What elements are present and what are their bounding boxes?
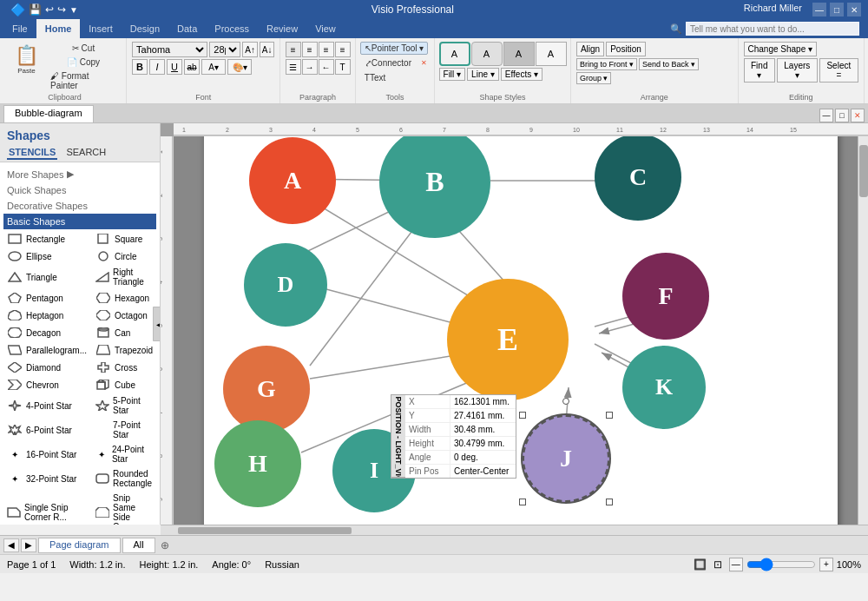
tab-insert[interactable]: Insert — [80, 19, 122, 38]
font-grow-button[interactable]: A↑ — [242, 42, 258, 57]
font-selector[interactable]: Tahoma — [132, 42, 207, 57]
effects-button[interactable]: Effects ▾ — [501, 68, 542, 81]
connector-close-button[interactable]: ✕ — [418, 57, 430, 69]
shape-heptagon[interactable]: Heptagon — [3, 307, 90, 323]
page-tab-diagram[interactable]: Page diagram — [38, 538, 121, 553]
shape-parallelogram[interactable]: Parallelogram... — [3, 342, 90, 358]
fill-button[interactable]: Fill ▾ — [439, 68, 466, 81]
nav-left-button[interactable]: ◀ — [3, 538, 19, 552]
shape-pentagon[interactable]: Pentagon — [3, 290, 90, 306]
shape-cross[interactable]: Cross — [92, 360, 157, 375]
shape-6star[interactable]: 6-Point Star — [3, 419, 90, 441]
highlight-color-button[interactable]: 🎨▾ — [227, 59, 252, 75]
text-color-button[interactable]: A▾ — [201, 59, 226, 75]
strikethrough-button[interactable]: ab — [184, 59, 200, 75]
fit-page-button[interactable]: ⊡ — [713, 558, 722, 571]
selection-handle-tr[interactable] — [606, 412, 613, 419]
font-shrink-button[interactable]: A↓ — [260, 42, 275, 57]
bold-button[interactable]: B — [132, 59, 148, 75]
scrollbar-vertical-thumb[interactable] — [859, 145, 868, 197]
style-sample-3[interactable]: A — [503, 42, 535, 66]
layers-button[interactable]: Layers ▾ — [777, 58, 818, 83]
decorative-shapes-category[interactable]: Decorative Shapes — [3, 198, 156, 214]
shape-ellipse[interactable]: Ellipse — [3, 248, 90, 264]
shape-rounded-rect[interactable]: Rounded Rectangle — [92, 467, 157, 490]
maximize-button[interactable]: □ — [830, 3, 844, 17]
select-button[interactable]: Select = — [819, 58, 858, 83]
more-shapes-category[interactable]: More Shapes ▶ — [3, 166, 156, 182]
tab-home[interactable]: Home — [36, 19, 81, 38]
shape-4star[interactable]: 4-Point Star — [3, 394, 90, 417]
bring-to-front-button[interactable]: Bring to Front ▾ — [576, 58, 637, 70]
style-sample-1[interactable]: A — [439, 42, 470, 66]
shape-5star[interactable]: 5-Point Star — [92, 394, 157, 417]
page-canvas[interactable]: A B C D E F G H I J — [204, 123, 838, 525]
bullets-button[interactable]: ☰ — [286, 59, 301, 75]
customize-icon[interactable]: ▼ — [69, 5, 78, 15]
node-E[interactable]: E — [447, 279, 569, 400]
selection-handle-tl[interactable] — [519, 412, 526, 419]
send-to-back-button[interactable]: Send to Back ▾ — [639, 58, 699, 70]
minimize-button[interactable]: — — [812, 3, 826, 17]
redo-icon[interactable]: ↪ — [57, 3, 66, 16]
format-painter-button[interactable]: 🖌 Format Painter — [46, 69, 121, 92]
normal-view-button[interactable]: 🔲 — [694, 558, 707, 571]
shape-circle[interactable]: Circle — [92, 248, 157, 264]
text-size-button[interactable]: T — [335, 59, 351, 75]
doc-tab-bubble[interactable]: Bubble-diagram — [3, 105, 94, 122]
tab-process[interactable]: Process — [206, 19, 258, 38]
shape-octagon[interactable]: Octagon — [92, 307, 157, 323]
pointer-tool-button[interactable]: ↖ Pointer Tool ▾ — [360, 42, 428, 55]
shape-diamond[interactable]: Diamond — [3, 360, 90, 375]
shape-triangle[interactable]: Triangle — [3, 266, 90, 288]
node-J[interactable]: J — [523, 415, 609, 502]
tab-view[interactable]: View — [306, 19, 345, 38]
zoom-out-button[interactable]: — — [729, 558, 743, 571]
align-button[interactable]: Align — [576, 42, 604, 56]
node-B[interactable]: B — [379, 127, 490, 238]
page-tab-all[interactable]: All — [122, 538, 155, 553]
scrollbar-horizontal-thumb[interactable] — [178, 527, 352, 534]
shape-7star[interactable]: ⭐ 7-Point Star — [92, 419, 157, 441]
shape-chevron[interactable]: Chevron — [3, 377, 90, 393]
shape-snip-same[interactable]: Snip Same Side Corn... — [92, 492, 157, 525]
group-button[interactable]: Group ▾ — [576, 72, 612, 84]
shape-square[interactable]: Square — [92, 231, 157, 247]
align-right-button[interactable]: ≡ — [319, 42, 334, 57]
italic-button[interactable]: I — [149, 59, 165, 75]
selection-handle-rotate[interactable] — [562, 398, 569, 405]
shape-trapezoid[interactable]: Trapezoid — [92, 342, 157, 358]
shape-16star[interactable]: ✦ 16-Point Star — [3, 443, 90, 466]
line-button[interactable]: Line ▾ — [467, 68, 499, 81]
undo-icon[interactable]: ↩ — [45, 3, 54, 16]
shape-right-triangle[interactable]: Right Triangle — [92, 266, 157, 288]
shape-can[interactable]: Can — [92, 325, 157, 340]
selection-handle-br[interactable] — [606, 499, 613, 505]
shape-32star[interactable]: ✦ 32-Point Star — [3, 467, 90, 490]
connector-button[interactable]: ⤤ Connector — [360, 56, 416, 69]
find-button[interactable]: Find ▾ — [744, 58, 775, 83]
node-A[interactable]: A — [249, 137, 336, 224]
shape-snip-corner[interactable]: Single Snip Corner R... — [3, 492, 90, 525]
text-tool-button[interactable]: T Text — [360, 71, 390, 84]
style-sample-2[interactable]: A — [471, 42, 503, 66]
position-button[interactable]: Position — [606, 42, 646, 56]
paste-button[interactable]: 📋 Paste — [9, 42, 44, 77]
shape-rectangle[interactable]: Rectangle — [3, 231, 90, 247]
node-K[interactable]: K — [622, 346, 706, 429]
change-shape-button[interactable]: Change Shape ▾ — [744, 42, 818, 56]
align-left-button[interactable]: ≡ — [286, 42, 301, 57]
shape-cube[interactable]: Cube — [92, 377, 157, 393]
ribbon-search-input[interactable] — [686, 22, 859, 36]
style-sample-4[interactable]: A — [536, 42, 567, 66]
doc-restore-button[interactable]: □ — [835, 109, 849, 122]
indent-increase-button[interactable]: → — [302, 59, 318, 75]
zoom-in-button[interactable]: + — [819, 558, 833, 571]
selection-handle-bl[interactable] — [519, 499, 526, 505]
shape-decagon[interactable]: Decagon — [3, 325, 90, 340]
scrollbar-horizontal[interactable] — [161, 525, 868, 535]
align-center-button[interactable]: ≡ — [302, 42, 318, 57]
basic-shapes-category[interactable]: Basic Shapes — [3, 214, 156, 229]
doc-minimize-button[interactable]: — — [819, 109, 833, 122]
shape-hexagon[interactable]: Hexagon — [92, 290, 157, 306]
